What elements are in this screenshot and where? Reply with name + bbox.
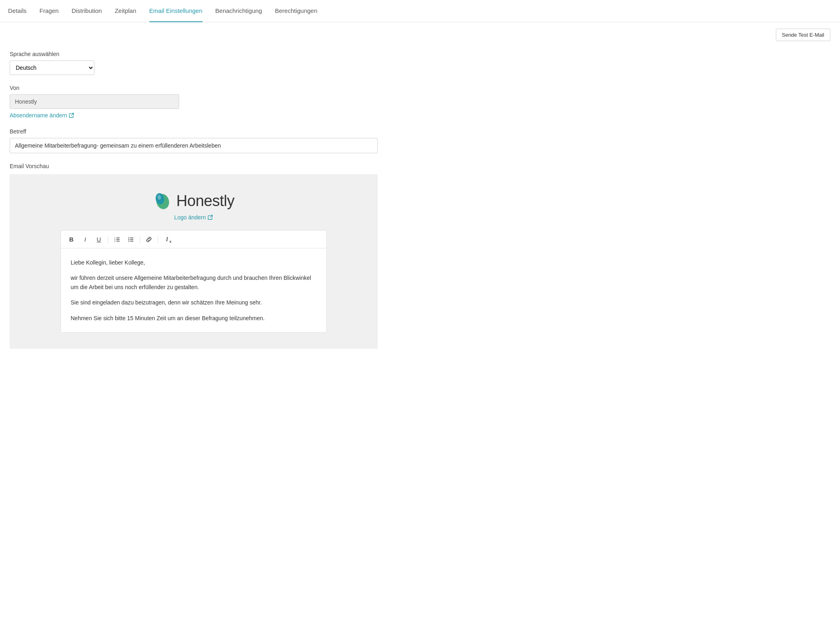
from-label: Von <box>10 85 378 91</box>
email-content: Liebe Kollegin, lieber Kollege, wir führ… <box>61 248 326 332</box>
email-paragraph-3: Sie sind eingeladen dazu beizutragen, de… <box>71 298 317 307</box>
ordered-list-icon: 1 2 3 <box>114 236 120 243</box>
link-button[interactable] <box>144 235 154 244</box>
tab-email-einstellungen[interactable]: Email Einstellungen <box>149 0 203 22</box>
underline-button[interactable]: U <box>94 235 104 244</box>
svg-point-13 <box>128 239 129 240</box>
logo-external-link-icon <box>207 215 213 220</box>
change-sender-link[interactable]: Absendername ändern <box>10 112 74 119</box>
language-section: Sprache auswählen Deutsch English França… <box>10 51 378 75</box>
change-logo-link[interactable]: Logo ändern <box>174 214 213 221</box>
toolbar-divider-2 <box>140 236 140 243</box>
nav-tabs: Details Fragen Distribution Zeitplan Ema… <box>0 0 840 22</box>
honestly-logo: Honestly <box>153 190 234 211</box>
email-paragraph-4: Nehmen Sie sich bitte 15 Minuten Zeit um… <box>71 314 317 323</box>
email-body-card: B I U 1 2 <box>61 230 327 333</box>
honestly-logo-icon <box>153 190 174 211</box>
logo-text: Honestly <box>176 192 234 210</box>
italic-button[interactable]: I <box>80 235 90 244</box>
email-paragraph-1: Liebe Kollegin, lieber Kollege, <box>71 258 317 267</box>
toolbar-divider-1 <box>108 236 108 243</box>
from-input <box>10 94 179 109</box>
unordered-list-icon <box>127 236 134 243</box>
tab-zeitplan[interactable]: Zeitplan <box>115 0 136 22</box>
svg-point-14 <box>128 240 129 241</box>
email-paragraph-2: wir führen derzeit unsere Allgemeine Mit… <box>71 273 317 292</box>
tab-details[interactable]: Details <box>8 0 27 22</box>
language-select[interactable]: Deutsch English Français Español <box>10 60 94 75</box>
link-icon <box>146 236 152 243</box>
unordered-list-button[interactable] <box>126 235 136 244</box>
logo-area: Honestly Logo ändern <box>61 190 327 221</box>
tab-berechtigungen[interactable]: Berechtigungen <box>275 0 317 22</box>
tab-fragen[interactable]: Fragen <box>40 0 59 22</box>
top-action-bar: Sende Test E-Mail <box>0 22 840 41</box>
external-link-icon <box>69 113 74 118</box>
toolbar-divider-3 <box>158 236 158 243</box>
subject-input[interactable] <box>10 138 378 153</box>
email-preview-section: Email Vorschau <box>10 163 378 349</box>
subscript-x: x <box>169 240 171 244</box>
send-test-email-button[interactable]: Sende Test E-Mail <box>776 29 830 41</box>
language-label: Sprache auswählen <box>10 51 378 57</box>
bold-button[interactable]: B <box>67 235 76 244</box>
main-content: Sprache auswählen Deutsch English França… <box>0 41 387 358</box>
clear-format-button[interactable]: Ix <box>162 235 172 244</box>
tab-benachrichtigung[interactable]: Benachrichtigung <box>215 0 262 22</box>
svg-text:3: 3 <box>115 240 116 242</box>
editor-toolbar: B I U 1 2 <box>61 231 326 248</box>
page-wrapper: Details Fragen Distribution Zeitplan Ema… <box>0 0 840 621</box>
from-section: Von Absendername ändern <box>10 85 378 119</box>
svg-point-12 <box>128 237 129 238</box>
tab-distribution[interactable]: Distribution <box>71 0 102 22</box>
change-logo-label: Logo ändern <box>174 214 206 221</box>
subject-label: Betreff <box>10 128 378 135</box>
ordered-list-button[interactable]: 1 2 3 <box>112 235 122 244</box>
subject-section: Betreff <box>10 128 378 153</box>
clear-format-icon: I <box>166 236 168 243</box>
change-sender-label: Absendername ändern <box>10 112 67 119</box>
email-preview-label: Email Vorschau <box>10 163 378 169</box>
email-preview-center: Honestly Logo ändern <box>61 190 327 333</box>
email-preview-background: Honestly Logo ändern <box>10 174 378 349</box>
